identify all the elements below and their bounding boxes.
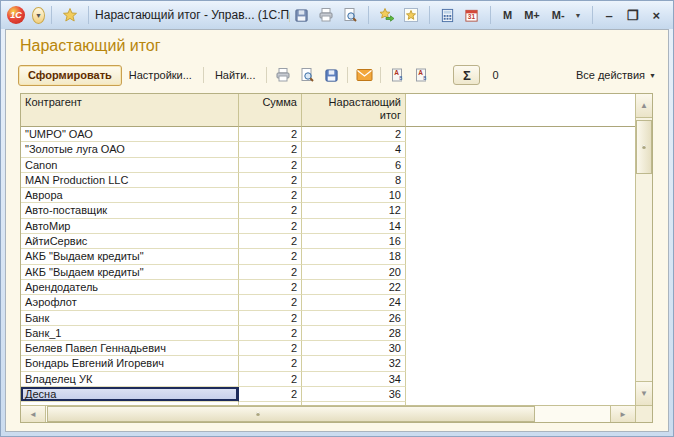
scroll-up-button[interactable]: ▲ bbox=[636, 94, 652, 118]
table-cell-name[interactable]: Арендодатель bbox=[21, 280, 239, 295]
table-row[interactable]: Бондарь Евгений Игоревич232 bbox=[21, 356, 635, 371]
table-cell-total[interactable]: 14 bbox=[302, 219, 406, 234]
report-grid[interactable]: Контрагент Сумма Нарастающий итог "UMPO"… bbox=[21, 94, 635, 405]
table-cell-name[interactable]: Десна bbox=[21, 387, 239, 402]
table-cell-sum[interactable]: 2 bbox=[239, 341, 302, 356]
table-cell-sum[interactable]: 2 bbox=[239, 265, 302, 280]
vertical-scroll-thumb[interactable] bbox=[636, 120, 652, 174]
table-cell-sum[interactable]: 2 bbox=[239, 234, 302, 249]
table-cell-sum[interactable]: 2 bbox=[239, 387, 302, 402]
settings-button[interactable]: Настройки... bbox=[122, 66, 199, 84]
table-cell-sum[interactable]: 2 bbox=[239, 311, 302, 326]
close-button[interactable]: × bbox=[645, 8, 667, 23]
column-header-cumulative-total[interactable]: Нарастающий итог bbox=[302, 94, 406, 127]
table-row[interactable]: "Золотые луга ОАО24 bbox=[21, 142, 635, 157]
table-cell-name[interactable]: Банк_1 bbox=[21, 326, 239, 341]
calendar-icon[interactable]: 31 bbox=[462, 5, 482, 25]
table-row[interactable]: Банк_1228 bbox=[21, 326, 635, 341]
table-cell-sum[interactable]: 2 bbox=[239, 372, 302, 387]
favorites-star-icon[interactable] bbox=[60, 5, 80, 25]
table-cell-name[interactable]: Владелец УК bbox=[21, 372, 239, 387]
scroll-left-button[interactable]: ◄ bbox=[21, 406, 46, 422]
table-cell-total[interactable]: 26 bbox=[302, 311, 406, 326]
column-header-summa[interactable]: Сумма bbox=[239, 94, 302, 127]
table-cell-name[interactable]: Бондарь Евгений Игоревич bbox=[21, 356, 239, 371]
table-cell-total[interactable]: 20 bbox=[302, 265, 406, 280]
table-row[interactable]: Аэрофлот224 bbox=[21, 295, 635, 310]
table-cell-total[interactable]: 24 bbox=[302, 295, 406, 310]
table-cell-total[interactable]: 8 bbox=[302, 173, 406, 188]
go-to-favorites-icon[interactable] bbox=[377, 5, 397, 25]
table-cell-name[interactable]: АКБ "Выдаем кредиты" bbox=[21, 265, 239, 280]
table-cell-sum[interactable]: 2 bbox=[239, 219, 302, 234]
sum-sigma-button[interactable]: Σ bbox=[453, 65, 480, 85]
table-cell-sum[interactable]: 2 bbox=[239, 295, 302, 310]
table-cell-total[interactable]: 34 bbox=[302, 372, 406, 387]
table-row[interactable]: АКБ "Выдаем кредиты"218 bbox=[21, 249, 635, 264]
table-cell-total[interactable]: 28 bbox=[302, 326, 406, 341]
table-cell-name[interactable]: Беляев Павел Геннадьевич bbox=[21, 341, 239, 356]
table-cell-sum[interactable]: 2 bbox=[239, 173, 302, 188]
table-cell-sum[interactable]: 2 bbox=[239, 188, 302, 203]
table-cell-total[interactable]: 6 bbox=[302, 158, 406, 173]
maximize-button[interactable]: ❐ bbox=[620, 8, 646, 23]
table-row[interactable]: АйтиСервис216 bbox=[21, 234, 635, 249]
table-cell-name[interactable]: Банк bbox=[21, 311, 239, 326]
table-cell-name[interactable]: Аврора bbox=[21, 188, 239, 203]
table-cell-sum[interactable]: 2 bbox=[239, 280, 302, 295]
table-cell-total[interactable]: 2 bbox=[302, 127, 406, 142]
save-icon[interactable] bbox=[321, 66, 341, 84]
table-cell-sum[interactable]: 2 bbox=[239, 127, 302, 142]
table-cell-name[interactable]: Canon bbox=[21, 158, 239, 173]
table-cell-name[interactable]: "Золотые луга ОАО bbox=[21, 142, 239, 157]
horizontal-scrollbar[interactable]: ◄ ► bbox=[21, 405, 635, 422]
output-list-alt-icon[interactable]: AB bbox=[411, 66, 431, 84]
print-icon[interactable] bbox=[316, 5, 336, 25]
memory-recall-button[interactable]: M bbox=[497, 9, 518, 21]
scroll-right-button[interactable]: ► bbox=[610, 406, 635, 422]
table-row[interactable]: Арендодатель222 bbox=[21, 280, 635, 295]
table-row[interactable]: Авто-поставщик212 bbox=[21, 203, 635, 218]
table-cell-name[interactable]: Авто-поставщик bbox=[21, 203, 239, 218]
calculator-icon[interactable] bbox=[438, 5, 458, 25]
table-row[interactable]: Беляев Павел Геннадьевич230 bbox=[21, 341, 635, 356]
table-cell-name[interactable]: АКБ "Выдаем кредиты" bbox=[21, 249, 239, 264]
table-row[interactable]: АвтоМир214 bbox=[21, 219, 635, 234]
table-cell-total[interactable]: 18 bbox=[302, 249, 406, 264]
toolbar-overflow-icon[interactable]: ▼ bbox=[571, 12, 586, 19]
table-row[interactable]: Десна236 bbox=[21, 387, 635, 402]
table-cell-sum[interactable]: 2 bbox=[239, 142, 302, 157]
print-icon[interactable] bbox=[273, 66, 293, 84]
print-preview-icon[interactable] bbox=[297, 66, 317, 84]
table-cell-sum[interactable]: 2 bbox=[239, 203, 302, 218]
table-cell-name[interactable]: АйтиСервис bbox=[21, 234, 239, 249]
table-row[interactable]: Владелец УК234 bbox=[21, 372, 635, 387]
table-cell-sum[interactable]: 2 bbox=[239, 326, 302, 341]
table-cell-total[interactable]: 36 bbox=[302, 387, 406, 402]
memory-minus-button[interactable]: M- bbox=[546, 9, 571, 21]
table-row[interactable]: MAN Production LLC28 bbox=[21, 173, 635, 188]
output-list-icon[interactable]: AB bbox=[387, 66, 407, 84]
table-cell-sum[interactable]: 2 bbox=[239, 158, 302, 173]
table-cell-name[interactable]: Аэрофлот bbox=[21, 295, 239, 310]
vertical-scrollbar[interactable]: ▲ ▼ bbox=[635, 94, 652, 405]
table-row[interactable]: Аврора210 bbox=[21, 188, 635, 203]
table-row[interactable]: "UMPO" ОАО22 bbox=[21, 127, 635, 142]
all-actions-button[interactable]: Все действия ▼ bbox=[576, 69, 656, 81]
table-cell-name[interactable]: MAN Production LLC bbox=[21, 173, 239, 188]
main-menu-button[interactable]: ▼ bbox=[32, 7, 45, 24]
add-to-favorites-icon[interactable] bbox=[401, 5, 421, 25]
memory-plus-button[interactable]: M+ bbox=[518, 9, 546, 21]
table-row[interactable]: Canon26 bbox=[21, 158, 635, 173]
table-cell-total[interactable]: 32 bbox=[302, 356, 406, 371]
table-row[interactable]: АКБ "Выдаем кредиты"220 bbox=[21, 265, 635, 280]
table-cell-sum[interactable]: 2 bbox=[239, 356, 302, 371]
table-cell-name[interactable]: "UMPO" ОАО bbox=[21, 127, 239, 142]
generate-button[interactable]: Сформировать bbox=[18, 65, 122, 86]
mail-icon[interactable] bbox=[354, 66, 374, 84]
minimize-button[interactable]: – bbox=[599, 8, 620, 23]
table-cell-name[interactable]: АвтоМир bbox=[21, 219, 239, 234]
table-cell-total[interactable]: 16 bbox=[302, 234, 406, 249]
table-cell-sum[interactable]: 2 bbox=[239, 249, 302, 264]
scroll-down-button[interactable]: ▼ bbox=[636, 381, 652, 405]
